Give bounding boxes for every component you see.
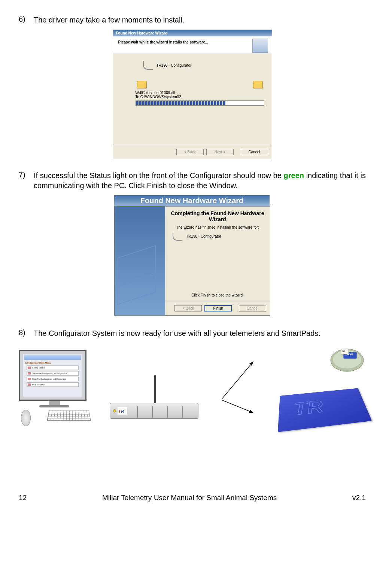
step-8-text: The Configurator System is now ready for… (34, 328, 366, 338)
wizard2-message: The wizard has finished installing the s… (170, 225, 265, 229)
wizard2-finish-button[interactable]: Finish (204, 305, 232, 311)
step-6: 6) The driver may take a few moments to … (19, 15, 366, 25)
page-number: 12 (19, 494, 27, 502)
wizard2-heading: Completing the Found New Hardware Wizard (170, 210, 265, 222)
wireless-signal-icon (219, 358, 260, 418)
wizard1-destination: To C:\WINDOWS\system32 (136, 95, 264, 99)
step-6-text: The driver may take a few moments to ins… (34, 15, 366, 25)
app-titlebar (24, 355, 81, 360)
page-footer: 12 Millar Telemetry User Manual for Smal… (19, 494, 366, 502)
step-7-text: If successful the Status light on the fr… (34, 171, 366, 191)
step-8-number: 8) (19, 328, 34, 338)
svg-text:TR: TR (342, 350, 345, 352)
svg-text:R: R (121, 409, 124, 413)
figure-wizard-finish: Found New Hardware Wizard Completing the… (19, 195, 366, 317)
keyboard-graphic (47, 410, 91, 421)
wizard1-header-text: Please wait while the wizard installs th… (118, 40, 209, 44)
install-progress-bar (136, 100, 264, 106)
status-led-icon (113, 409, 116, 412)
step-8: 8) The Configurator System is now ready … (19, 328, 366, 338)
wizard2-close-message: Click Finish to close the wizard. (170, 293, 265, 297)
smartpad-graphic: TR (280, 385, 366, 430)
wizard1-back-button[interactable]: < Back (176, 149, 204, 155)
telemeter-graphic: TRM54P TR (328, 346, 366, 373)
hub-logo: TR (118, 407, 127, 415)
antenna-icon (154, 375, 156, 403)
wizard-header-icon (252, 39, 268, 53)
figure-wizard-installing: Found New Hardware Wizard Please wait wh… (19, 30, 366, 159)
wizard2-cancel-button[interactable]: Cancel (239, 305, 266, 311)
monitor-screen: Configurator Main Menu Getting Started T… (23, 354, 82, 397)
step-6-number: 6) (19, 15, 34, 25)
step-7: 7) If successful the Status light on the… (19, 171, 366, 191)
configurator-hub-graphic: TR (110, 403, 198, 419)
version: v2.1 (352, 494, 366, 502)
wizard1-titlebar: Found New Hardware Wizard (113, 30, 272, 36)
manual-title: Millar Telemetry User Manual for Small A… (102, 494, 277, 502)
wizard1-next-button[interactable]: Next > (206, 149, 234, 155)
wizard2-sidebar-graphic (115, 207, 165, 315)
usb-cable-icon (143, 61, 153, 70)
wizard2-back-button[interactable]: < Back (174, 305, 202, 311)
green-word: green (284, 171, 304, 180)
mouse-graphic (21, 410, 31, 426)
folder-dest-icon (253, 81, 263, 88)
wizard1-filename: WdfCoinstaller01009.dll (136, 91, 264, 95)
usb-cable-icon (173, 232, 182, 241)
system-diagram: Configurator Main Menu Getting Started T… (19, 346, 366, 430)
wizard1-device-name: TR190 - Configurator (157, 63, 192, 67)
wizard2-titlebar: Found New Hardware Wizard (114, 195, 270, 206)
pc-graphic: Configurator Main Menu Getting Started T… (19, 350, 90, 426)
folder-source-icon (137, 81, 147, 88)
wizard2-device-name: TR190 - Configurator (186, 234, 221, 238)
svg-text:TR: TR (294, 397, 325, 419)
step-7-number: 7) (19, 171, 34, 191)
wizard1-cancel-button[interactable]: Cancel (241, 149, 268, 155)
app-heading: Configurator Main Menu (23, 361, 82, 364)
